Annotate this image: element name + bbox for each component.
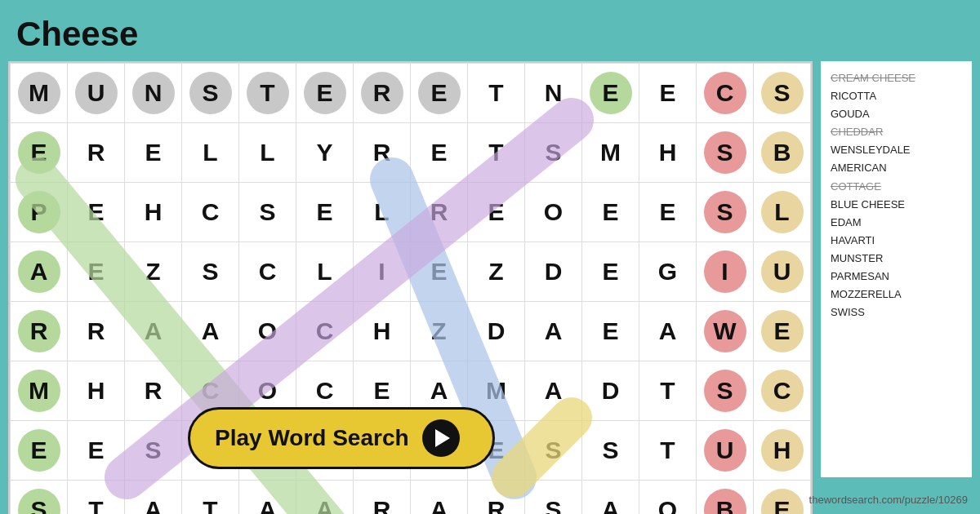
grid-cell[interactable]: R xyxy=(468,481,525,515)
grid-cell[interactable]: A xyxy=(296,481,354,515)
grid-cell[interactable]: M xyxy=(582,123,639,183)
grid-cell[interactable]: B xyxy=(754,123,811,183)
grid-cell[interactable]: R xyxy=(411,183,468,242)
grid-cell[interactable]: E xyxy=(754,302,811,361)
grid-cell[interactable]: A xyxy=(182,302,239,361)
grid-cell[interactable]: E xyxy=(11,421,68,481)
grid-cell[interactable]: I xyxy=(354,242,411,302)
grid-cell[interactable]: A xyxy=(125,481,182,515)
grid-cell[interactable]: L xyxy=(239,123,296,183)
grid-cell[interactable]: D xyxy=(525,242,582,302)
grid-cell[interactable]: E xyxy=(68,421,125,481)
grid-cell[interactable]: L xyxy=(182,123,239,183)
grid-cell[interactable]: T xyxy=(182,481,239,515)
grid-cell[interactable]: R xyxy=(68,123,125,183)
grid-cell[interactable]: E xyxy=(582,64,639,123)
grid-cell[interactable]: M xyxy=(11,64,68,123)
grid-cell[interactable]: S xyxy=(182,64,239,123)
grid-cell[interactable]: T xyxy=(468,123,525,183)
grid-cell[interactable]: W xyxy=(697,302,754,361)
grid-cell[interactable]: S xyxy=(525,421,582,481)
grid-cell[interactable]: E xyxy=(11,123,68,183)
grid-cell[interactable]: C xyxy=(182,183,239,242)
grid-cell[interactable]: S xyxy=(11,481,68,515)
grid-cell[interactable]: Z xyxy=(411,302,468,361)
grid-cell[interactable]: T xyxy=(68,481,125,515)
grid-cell[interactable]: T xyxy=(639,421,697,481)
grid-cell[interactable]: R xyxy=(354,123,411,183)
grid-cell[interactable]: T xyxy=(468,64,525,123)
grid-cell[interactable]: A xyxy=(582,481,639,515)
grid-cell[interactable]: L xyxy=(296,242,354,302)
grid-cell[interactable]: R xyxy=(68,302,125,361)
grid-cell[interactable]: S xyxy=(525,123,582,183)
grid-cell[interactable]: A xyxy=(125,302,182,361)
grid-cell[interactable]: C xyxy=(754,361,811,421)
grid-cell[interactable]: G xyxy=(639,242,697,302)
grid-cell[interactable]: E xyxy=(296,183,354,242)
grid-cell[interactable]: Z xyxy=(468,242,525,302)
grid-cell[interactable]: E xyxy=(125,123,182,183)
grid-cell[interactable]: U xyxy=(68,64,125,123)
grid-cell[interactable]: R xyxy=(354,64,411,123)
grid-cell[interactable]: E xyxy=(68,183,125,242)
grid-cell[interactable]: A xyxy=(639,302,697,361)
grid-cell[interactable]: H xyxy=(639,123,697,183)
grid-cell[interactable]: B xyxy=(697,481,754,515)
grid-cell[interactable]: E xyxy=(582,302,639,361)
grid-cell[interactable]: T xyxy=(239,64,296,123)
grid-cell[interactable]: A xyxy=(411,481,468,515)
grid-cell[interactable]: N xyxy=(525,64,582,123)
grid-cell[interactable]: S xyxy=(582,421,639,481)
grid-cell[interactable]: T xyxy=(639,361,697,421)
grid-cell[interactable]: E xyxy=(582,242,639,302)
grid-cell[interactable]: S xyxy=(182,242,239,302)
grid-cell[interactable]: D xyxy=(468,302,525,361)
grid-cell[interactable]: S xyxy=(125,421,182,481)
grid-cell[interactable]: E xyxy=(411,64,468,123)
grid-cell[interactable]: H xyxy=(68,361,125,421)
grid-cell[interactable]: S xyxy=(239,183,296,242)
grid-cell[interactable]: C xyxy=(697,64,754,123)
grid-cell[interactable]: M xyxy=(11,361,68,421)
grid-cell[interactable]: H xyxy=(125,183,182,242)
grid-cell[interactable]: D xyxy=(582,361,639,421)
grid-cell[interactable]: E xyxy=(754,481,811,515)
grid-cell[interactable]: E xyxy=(639,64,697,123)
grid-cell[interactable]: C xyxy=(239,242,296,302)
grid-cell[interactable]: S xyxy=(697,183,754,242)
grid-cell[interactable]: A xyxy=(525,361,582,421)
grid-cell[interactable]: S xyxy=(754,64,811,123)
grid-cell[interactable]: A xyxy=(11,242,68,302)
grid-cell[interactable]: R xyxy=(354,481,411,515)
grid-cell[interactable]: R xyxy=(125,361,182,421)
grid-cell[interactable]: A xyxy=(525,302,582,361)
grid-cell[interactable]: H xyxy=(754,421,811,481)
grid-cell[interactable]: L xyxy=(754,183,811,242)
grid-cell[interactable]: E xyxy=(639,183,697,242)
grid-cell[interactable]: U xyxy=(697,421,754,481)
grid-cell[interactable]: P xyxy=(11,183,68,242)
grid-cell[interactable]: A xyxy=(239,481,296,515)
grid-cell[interactable]: Z xyxy=(125,242,182,302)
grid-cell[interactable]: E xyxy=(68,242,125,302)
grid-cell[interactable]: S xyxy=(697,361,754,421)
grid-cell[interactable]: N xyxy=(125,64,182,123)
grid-cell[interactable]: L xyxy=(354,183,411,242)
grid-cell[interactable]: R xyxy=(11,302,68,361)
grid-cell[interactable]: O xyxy=(525,183,582,242)
grid-cell[interactable]: E xyxy=(411,242,468,302)
grid-cell[interactable]: E xyxy=(582,183,639,242)
grid-cell[interactable]: O xyxy=(239,302,296,361)
grid-cell[interactable]: H xyxy=(354,302,411,361)
grid-cell[interactable]: C xyxy=(296,302,354,361)
grid-cell[interactable]: S xyxy=(525,481,582,515)
grid-cell[interactable]: Y xyxy=(296,123,354,183)
grid-cell[interactable]: E xyxy=(468,183,525,242)
grid-cell[interactable]: I xyxy=(697,242,754,302)
grid-cell[interactable]: O xyxy=(639,481,697,515)
grid-cell[interactable]: U xyxy=(754,242,811,302)
play-button[interactable]: Play Word Search xyxy=(188,407,495,469)
grid-cell[interactable]: E xyxy=(296,64,354,123)
grid-cell[interactable]: S xyxy=(697,123,754,183)
